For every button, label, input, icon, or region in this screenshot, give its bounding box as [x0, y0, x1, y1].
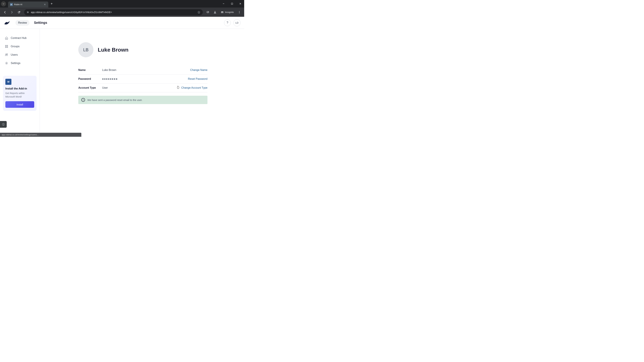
profile-fields: Name Luke Brown Change Name Password ●●●… [78, 66, 208, 92]
user-avatar-badge[interactable]: LD [234, 19, 240, 26]
sidebar-item-label: Settings [11, 62, 20, 65]
svg-point-15 [6, 63, 7, 64]
svg-point-6 [239, 11, 240, 11]
field-value: User [102, 86, 181, 89]
svg-point-3 [27, 12, 28, 13]
svg-point-13 [6, 54, 6, 55]
robin-logo[interactable] [4, 20, 12, 25]
sidebar-item-contract-hub[interactable]: Contract Hub [3, 34, 36, 42]
svg-point-7 [239, 12, 240, 12]
url-text: app.robinai.co.uk/review/settings/users/… [31, 11, 196, 13]
change-name-link[interactable]: Change Name [190, 68, 208, 71]
new-tab-button[interactable]: + [48, 2, 55, 6]
addon-card: W Install the Add-in Get Reports within … [3, 76, 36, 111]
field-row-account-type: Account Type User Change Account Type [78, 83, 208, 92]
sidebar-item-settings[interactable]: Settings [3, 59, 36, 67]
main-layout: Contract Hub Groups Users Settings W Ins… [0, 29, 244, 137]
svg-point-8 [239, 13, 240, 13]
notification-banner: ! We have sent a password reset email to… [78, 96, 208, 104]
reload-icon [18, 11, 20, 14]
svg-rect-11 [5, 47, 6, 48]
field-label: Password [78, 77, 102, 80]
window-controls [221, 1, 243, 6]
browser-menu-button[interactable] [236, 9, 242, 15]
users-icon [5, 53, 8, 57]
tab-title: Robin AI [14, 3, 44, 6]
download-icon [214, 11, 216, 14]
app-header: Review Settings ? LD [0, 17, 244, 29]
svg-rect-10 [7, 45, 8, 46]
status-bar: app.robinai.co.uk/review/settings/users/… [0, 133, 81, 137]
nav-bar: app.robinai.co.uk/review/settings/users/… [0, 7, 244, 17]
arrow-right-icon [10, 11, 14, 14]
field-label: Name [78, 68, 102, 71]
svg-point-5 [222, 12, 224, 13]
main-content: LB Luke Brown Name Luke Brown Change Nam… [40, 29, 244, 137]
bookmark-icon[interactable] [198, 11, 200, 14]
question-icon: ? [226, 21, 228, 24]
page-title: Settings [34, 21, 47, 25]
profile-header: LB Luke Brown [78, 42, 244, 57]
kebab-icon [238, 11, 241, 13]
grid-icon [5, 44, 8, 48]
accessibility-dock-button[interactable] [0, 121, 7, 128]
notification-text: We have sent a password reset email to t… [88, 98, 142, 101]
sidebar-item-label: Groups [11, 45, 20, 48]
review-nav-button[interactable]: Review [16, 20, 30, 26]
url-bar[interactable]: app.robinai.co.uk/review/settings/users/… [24, 9, 203, 15]
chevron-down-icon [2, 3, 4, 5]
incognito-indicator[interactable]: Incognito [219, 11, 235, 13]
svg-point-2 [28, 12, 29, 12]
incognito-icon [220, 11, 224, 13]
site-settings-icon[interactable] [26, 11, 29, 13]
tab-search-dropdown[interactable] [1, 1, 6, 6]
svg-point-17 [3, 124, 4, 124]
info-icon: ! [81, 98, 85, 102]
addon-description: Get Reports within Microsoft Word! [5, 91, 34, 98]
help-button[interactable]: ? [224, 19, 231, 26]
sidebar-item-label: Contract Hub [11, 36, 26, 39]
change-account-type-link[interactable]: Change Account Type [181, 86, 208, 89]
field-row-password: Password ●●●●●●●● Reset Password [78, 75, 208, 83]
minimize-button[interactable] [221, 1, 226, 6]
close-tab-button[interactable]: ✕ [44, 3, 46, 6]
svg-point-14 [7, 54, 8, 55]
sidebar-item-users[interactable]: Users [3, 51, 36, 59]
addon-title: Install the Add-in [5, 87, 34, 90]
accessibility-icon [2, 123, 5, 126]
svg-rect-0 [231, 3, 233, 4]
field-value: ●●●●●●●● [102, 77, 188, 80]
svg-point-4 [221, 12, 222, 13]
tab-bar: Robin AI ✕ + [0, 0, 244, 7]
close-window-button[interactable] [238, 1, 243, 6]
puzzle-icon [206, 11, 210, 14]
profile-name: Luke Brown [98, 47, 128, 53]
sidebar-item-groups[interactable]: Groups [3, 42, 36, 51]
sidebar-item-label: Users [11, 53, 18, 56]
home-icon [5, 36, 8, 40]
reload-button[interactable] [16, 9, 22, 15]
extensions-button[interactable] [205, 9, 211, 15]
browser-chrome: Robin AI ✕ + ap [0, 0, 244, 17]
word-icon: W [5, 79, 12, 85]
field-value: Luke Brown [102, 68, 190, 71]
svg-rect-12 [7, 47, 8, 48]
field-row-name: Name Luke Brown Change Name [78, 66, 208, 75]
arrow-left-icon [3, 11, 6, 14]
install-button[interactable]: Install [5, 101, 34, 108]
svg-point-1 [27, 11, 28, 12]
svg-rect-9 [5, 45, 6, 46]
browser-tab[interactable]: Robin AI ✕ [8, 1, 48, 7]
reset-password-link[interactable]: Reset Password [188, 77, 208, 80]
forward-button[interactable] [9, 9, 15, 15]
sidebar: Contract Hub Groups Users Settings W Ins… [0, 29, 40, 137]
robin-favicon [10, 3, 13, 6]
back-button[interactable] [2, 9, 8, 15]
maximize-button[interactable] [230, 1, 234, 6]
downloads-button[interactable] [212, 9, 218, 15]
profile-avatar: LB [78, 42, 94, 57]
gear-icon [5, 61, 8, 65]
field-label: Account Type [78, 86, 102, 89]
incognito-label: Incognito [225, 11, 234, 13]
